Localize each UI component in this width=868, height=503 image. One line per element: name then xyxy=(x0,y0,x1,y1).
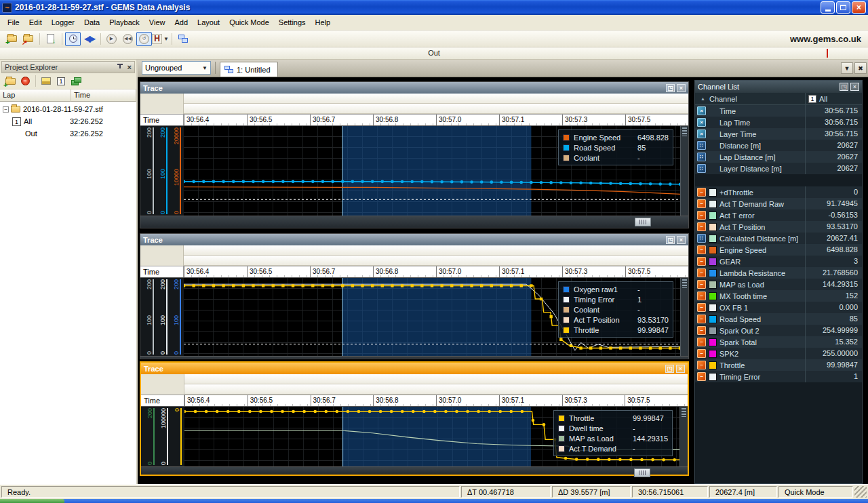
close-file-button[interactable]: ↗ xyxy=(20,32,36,46)
menu-item-logger[interactable]: Logger xyxy=(47,16,79,28)
time-ticks: 30:56.430:56.530:56.730:56.830:57.030:57… xyxy=(184,115,688,125)
series-marker xyxy=(420,180,424,184)
channel-row[interactable]: ~Lambda Resistance21.768560 xyxy=(695,267,862,279)
channel-row[interactable]: ~Throttle99.99847 xyxy=(695,359,862,371)
menu-item-file[interactable]: File xyxy=(3,16,24,28)
toolbar-separator xyxy=(35,75,36,87)
menu-item-playback[interactable]: Playback xyxy=(104,16,144,28)
lap-row-out[interactable]: Out 32:26.252 xyxy=(0,127,136,140)
minimize-button[interactable] xyxy=(821,1,835,14)
channel-row[interactable]: ×Time30:56.715 xyxy=(695,105,862,117)
project-explorer-close-icon[interactable]: × xyxy=(127,64,132,71)
series-marker xyxy=(570,344,572,347)
maximize-button[interactable] xyxy=(836,1,850,14)
menu-item-settings[interactable]: Settings xyxy=(274,16,311,28)
horizontal-scrollbar[interactable] xyxy=(140,356,688,359)
loop-button[interactable]: ↺ xyxy=(136,32,152,46)
add-log-button[interactable]: + xyxy=(3,75,18,88)
folder-icon xyxy=(11,106,20,113)
channel-list-float-button[interactable]: ◳ xyxy=(840,83,848,91)
channel-row[interactable]: ~SPK2255.00000 xyxy=(695,348,862,359)
channel-row[interactable]: ×Lap Time30:56.715 xyxy=(695,117,862,128)
series-marker xyxy=(184,284,185,287)
vertical-scrollbar[interactable] xyxy=(680,278,688,356)
plot-area[interactable]: Throttle99.99847Dwell time-MAP as Load14… xyxy=(184,407,679,466)
channel-column-header[interactable]: Channel xyxy=(709,95,805,103)
trace-close-button[interactable]: × xyxy=(676,365,685,373)
remove-log-button[interactable]: − xyxy=(18,75,33,88)
trace-close-button[interactable]: × xyxy=(677,236,686,244)
menu-item-edit[interactable]: Edit xyxy=(24,16,47,28)
channel-row[interactable]: ~Act T Demand Raw91.74945 xyxy=(695,198,862,209)
channel-row[interactable]: ~Act T Position93.53170 xyxy=(695,221,862,233)
tree-file-row[interactable]: − 2016-01-28-11-59-27.stf xyxy=(0,103,136,115)
column-header-lap[interactable]: Lap xyxy=(0,89,71,102)
menu-item-add[interactable]: Add xyxy=(170,16,193,28)
start-button-fragment[interactable] xyxy=(0,499,64,503)
markers-button[interactable]: ◀▶ xyxy=(81,32,97,46)
tab-untitled[interactable]: 1: Untitled xyxy=(220,62,278,77)
channel-row[interactable]: ×Layer Time30:56.715 xyxy=(695,128,862,140)
channel-row[interactable]: ~OX FB 10.000 xyxy=(695,302,862,313)
channel-row[interactable]: ∷Layer Distance [m]20627 xyxy=(695,163,862,174)
channel-row[interactable]: ∷Calculated Distance [m]20627.41 xyxy=(695,233,862,244)
channel-row[interactable]: ~MX Tooth time152 xyxy=(695,290,862,302)
vertical-scrollbar[interactable] xyxy=(680,126,688,216)
h-tool-button[interactable]: H▼ xyxy=(153,32,168,46)
menu-item-data[interactable]: Data xyxy=(79,16,104,28)
channel-row[interactable]: ~Spark Total15.352 xyxy=(695,336,862,348)
channel-row[interactable]: ~Spark Out 2254.99999 xyxy=(695,325,862,336)
channel-row[interactable]: ~Engine Speed6498.828 xyxy=(695,244,862,256)
menu-item-view[interactable]: View xyxy=(144,16,170,28)
resize-grip[interactable] xyxy=(854,486,867,498)
series-marker xyxy=(401,180,404,184)
vertical-scrollbar[interactable] xyxy=(679,407,688,466)
lap-row-all[interactable]: 1 All 32:26.252 xyxy=(0,115,136,127)
plot-area[interactable]: Engine Speed6498.828Road Speed85Coolant- xyxy=(184,126,680,216)
channel-list-close-button[interactable]: × xyxy=(850,83,859,91)
channel-row[interactable]: ~MAP as Load144.29315 xyxy=(695,279,862,290)
menu-item-layout[interactable]: Layout xyxy=(193,16,224,28)
value-column-header[interactable]: 1 All xyxy=(805,93,862,104)
channel-row[interactable]: ~Act T error-0.56153 xyxy=(695,209,862,221)
pin-icon[interactable] xyxy=(117,64,123,71)
export-data-button[interactable] xyxy=(43,32,58,46)
rewind-button[interactable]: ◀◀ xyxy=(120,32,136,46)
tab-close-button[interactable]: ✖ xyxy=(854,62,867,74)
layout-cascade-button[interactable] xyxy=(175,32,191,46)
channel-row[interactable]: ∷Distance [m]20627 xyxy=(695,140,862,151)
close-button[interactable]: × xyxy=(852,1,866,14)
legend-channel-name: MAP as Load xyxy=(569,435,633,443)
channel-color-swatch xyxy=(709,315,717,323)
group-selector-dropdown[interactable]: Ungrouped ▼ xyxy=(142,61,211,75)
horizontal-scrollbar[interactable] xyxy=(141,466,688,475)
trace-float-button[interactable]: ◳ xyxy=(666,84,675,92)
time-channel-icon: × xyxy=(697,106,706,115)
trace-float-button[interactable]: ◳ xyxy=(665,365,674,373)
lap-number-button[interactable]: 1 xyxy=(54,75,68,88)
series-marker xyxy=(490,180,494,184)
open-file-button[interactable]: + xyxy=(4,32,20,46)
column-header-time[interactable]: Time xyxy=(71,89,136,102)
time-mode-button[interactable] xyxy=(65,32,81,46)
collapse-icon[interactable]: − xyxy=(3,106,9,113)
channel-row[interactable]: ~+dThrottle0 xyxy=(695,186,862,198)
channel-row[interactable]: ~Timing Error1 xyxy=(695,371,862,382)
play-button[interactable]: ▶ xyxy=(104,32,119,46)
layers-button[interactable] xyxy=(68,75,83,88)
series-marker xyxy=(321,180,325,184)
plot-area[interactable]: Oxygen raw1-Timing Error1Coolant-Act T P… xyxy=(184,278,680,356)
channel-row[interactable]: ∷Lap Distance [m]20627 xyxy=(695,151,862,163)
channel-row[interactable]: ~Road Speed85 xyxy=(695,313,862,325)
show-image-button[interactable] xyxy=(39,75,54,88)
horizontal-scrollbar[interactable] xyxy=(140,216,688,228)
menu-item-help[interactable]: Help xyxy=(311,16,336,28)
sort-arrow-icon[interactable]: ▲ xyxy=(701,96,705,101)
trace-close-button[interactable]: × xyxy=(677,84,686,92)
trace-float-button[interactable]: ◳ xyxy=(666,236,675,244)
channel-row[interactable]: ~GEAR3 xyxy=(695,256,862,267)
series-marker xyxy=(559,338,562,341)
tab-list-dropdown-button[interactable]: ▼ xyxy=(841,62,853,74)
series-marker xyxy=(579,182,583,185)
menu-item-quick-mode[interactable]: Quick Mode xyxy=(224,16,274,28)
